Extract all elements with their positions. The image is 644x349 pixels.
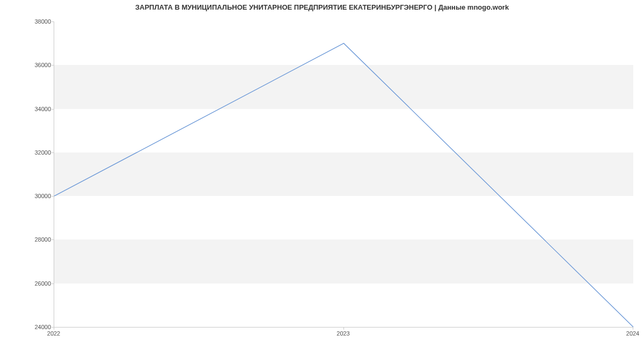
y-tick-label: 30000 (30, 193, 51, 199)
y-tick-mark (52, 152, 54, 153)
y-tick-label: 32000 (30, 149, 51, 156)
y-tick-mark (52, 283, 54, 284)
x-tick-mark (343, 328, 344, 330)
plot-area (54, 21, 633, 328)
chart-title: ЗАРПЛАТА В МУНИЦИПАЛЬНОЕ УНИТАРНОЕ ПРЕДП… (0, 3, 644, 11)
x-tick-label: 2022 (47, 330, 60, 337)
y-tick-label: 26000 (30, 280, 51, 287)
x-tick-mark (633, 328, 633, 330)
y-tick-mark (52, 196, 54, 197)
series-line (54, 43, 633, 327)
y-tick-mark (52, 239, 54, 240)
x-tick-label: 2023 (336, 330, 349, 337)
y-tick-label: 36000 (30, 62, 51, 68)
y-tick-label: 28000 (30, 236, 51, 243)
y-tick-mark (52, 21, 54, 22)
y-tick-mark (52, 65, 54, 66)
x-tick-mark (54, 328, 54, 330)
y-tick-label: 38000 (30, 18, 51, 25)
y-tick-label: 24000 (30, 324, 51, 330)
chart-container: ЗАРПЛАТА В МУНИЦИПАЛЬНОЕ УНИТАРНОЕ ПРЕДП… (0, 0, 644, 349)
y-tick-mark (52, 109, 54, 110)
line-series (54, 21, 633, 327)
x-tick-label: 2024 (626, 330, 639, 337)
y-tick-label: 34000 (30, 106, 51, 112)
